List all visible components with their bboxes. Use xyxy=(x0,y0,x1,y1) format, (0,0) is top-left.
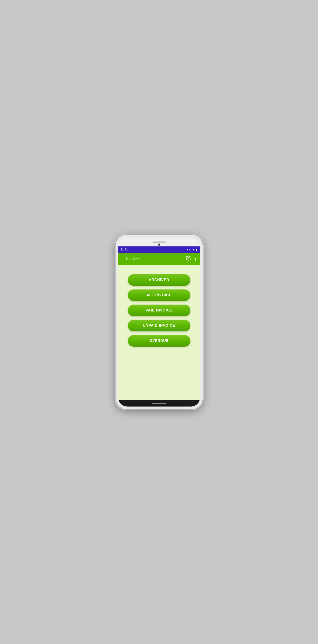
unpaid-invoice-button[interactable]: UNPAID INVOICE xyxy=(128,320,190,332)
home-indicator[interactable] xyxy=(152,403,166,404)
paid-invoice-button[interactable]: PAID INVOICE xyxy=(128,304,190,316)
speaker xyxy=(152,242,166,242)
settings-icon[interactable] xyxy=(186,256,191,262)
add-button[interactable]: + xyxy=(194,256,197,262)
phone-frame: 11:41 ▼▲ ▲ ▮ ← Invoice + xyxy=(116,235,203,409)
status-icons: ▼▲ ▲ ▮ xyxy=(186,248,197,251)
wifi-icon: ▼▲ xyxy=(186,248,191,251)
toolbar-right: + xyxy=(186,256,197,262)
all-invoice-button[interactable]: ALL INVOICE xyxy=(128,289,190,301)
phone-screen: 11:41 ▼▲ ▲ ▮ ← Invoice + xyxy=(118,238,200,406)
status-bar: 11:41 ▼▲ ▲ ▮ xyxy=(118,246,200,253)
camera xyxy=(158,244,160,246)
bottom-bar xyxy=(118,400,200,406)
archived-button[interactable]: ARCHIVED xyxy=(128,274,190,286)
main-content: ARCHIVED ALL INVOICE PAID INVOICE UNPAID… xyxy=(118,265,200,400)
signal-icon: ▲ xyxy=(192,248,195,251)
svg-point-0 xyxy=(188,258,189,259)
back-button[interactable]: ← xyxy=(121,257,125,262)
toolbar-left: ← Invoice xyxy=(121,257,139,262)
battery-icon: ▮ xyxy=(196,248,197,251)
status-time: 11:41 xyxy=(121,248,128,251)
toolbar-title: Invoice xyxy=(126,257,139,262)
app-toolbar: ← Invoice + xyxy=(118,253,200,265)
phone-top-decor xyxy=(152,242,166,246)
overdue-button[interactable]: OVERDUE xyxy=(128,335,190,346)
